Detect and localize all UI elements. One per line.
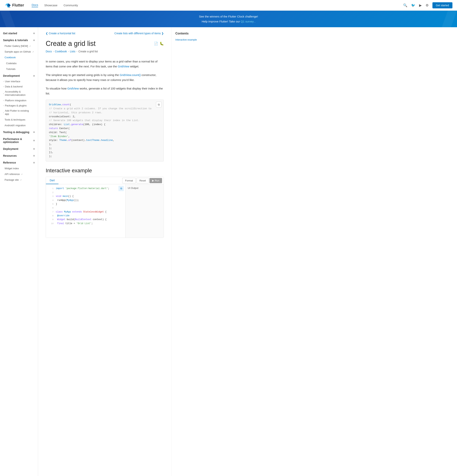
interactive-code-editor[interactable]: ⧉ 1import 'package:flutter/material.dart…	[46, 184, 126, 238]
interactive-output: UI Output	[126, 184, 164, 238]
code-line-14: );	[49, 154, 161, 158]
sidebar-item-add-flutter[interactable]: › Add Flutter to existingapp	[0, 108, 38, 117]
code-line-i2: 2	[49, 191, 122, 194]
sidebar-item-label: Accessibility &internationalization	[5, 90, 25, 97]
sidebar-item-gallery[interactable]: Flutter Gallery [NEW] ↗	[0, 43, 38, 49]
code-line-13: }),	[49, 150, 161, 154]
sidebar-section-performance: Performance & optimization ∨	[0, 136, 38, 145]
sidebar-section-reference: Reference ∧ Widget index API reference ↗…	[0, 160, 38, 183]
sidebar-header-get-started[interactable]: Get started ∨	[0, 30, 38, 36]
flutter-logo-icon	[5, 2, 11, 8]
contents-link-interactive[interactable]: Interactive example	[175, 37, 210, 42]
sidebar-item-label: Packages & plugins	[5, 104, 27, 107]
sidebar-item-package-site[interactable]: Package site ↗	[0, 177, 38, 183]
breadcrumb-sep-2: ›	[68, 50, 69, 53]
banner-line1: See the winners of the Flutter Clock cha…	[5, 14, 452, 19]
code-line-i7: 7class MyApp extends StatelessWidget {	[49, 210, 122, 214]
bug-icon[interactable]: 🐛	[160, 42, 164, 46]
sidebar-header-samples[interactable]: Samples & tutorials ∧	[0, 37, 38, 43]
tab-dart[interactable]: Dart	[46, 177, 59, 184]
sidebar-item-label: Platform integration	[5, 99, 26, 102]
breadcrumb-current: Create a grid list	[78, 50, 98, 53]
intro-paragraph-2: The simplest way to get started using gr…	[46, 73, 164, 82]
sidebar: Get started ∨ Samples & tutorials ∧ Flut…	[0, 27, 38, 476]
gridview-link-2[interactable]: GridView	[67, 87, 79, 90]
gridview-link-1[interactable]: GridView	[118, 65, 129, 68]
sidebar-item-packages[interactable]: › Packages & plugins	[0, 103, 38, 108]
code-line-12: );	[49, 146, 161, 150]
code-line-i8: 8 @override	[49, 214, 122, 218]
sidebar-label-resources: Resources	[3, 154, 17, 157]
sidebar-header-performance[interactable]: Performance & optimization ∨	[0, 136, 38, 145]
sidebar-item-platform[interactable]: › Platform integration	[0, 98, 38, 103]
sidebar-header-development[interactable]: Development ∧	[0, 73, 38, 79]
page-title: Create a grid list	[46, 39, 96, 48]
youtube-icon[interactable]: ▶	[419, 3, 422, 8]
code-line-i9: 9 Widget build(BuildContext context) {	[49, 218, 122, 221]
gridview-count-link[interactable]: GridView.count()	[120, 73, 141, 76]
sidebar-item-ui[interactable]: › User interface	[0, 79, 38, 84]
navbar-right: 🔍 🐦 ▶ ⚙ Get started	[403, 2, 452, 8]
next-page-link[interactable]: Create lists with different types of ite…	[114, 32, 164, 35]
code-line-4: crossAxisCount: 2,	[49, 115, 161, 119]
sidebar-header-resources[interactable]: Resources ∨	[0, 153, 38, 159]
format-button[interactable]: Format	[122, 178, 136, 183]
breadcrumb-sep-3: ›	[76, 50, 77, 53]
twitter-icon[interactable]: 🐦	[411, 3, 415, 8]
banner: See the winners of the Flutter Clock cha…	[0, 11, 457, 27]
get-started-button[interactable]: Get started	[432, 2, 452, 8]
banner-line2-prefix: Help improve Flutter! Take our	[202, 20, 241, 23]
sidebar-header-testing[interactable]: Testing & debugging ∨	[0, 129, 38, 135]
interactive-tabs-bar: Dart Format Reset ▶ Run	[46, 177, 164, 184]
sidebar-item-cookbook[interactable]: Cookbook	[0, 55, 38, 60]
sidebar-header-deployment[interactable]: Deployment ∨	[0, 146, 38, 152]
copy-code-button[interactable]: ⧉	[156, 102, 162, 107]
intro3-text: To visualize how	[46, 87, 67, 90]
sidebar-item-tools[interactable]: Tools & techniques	[0, 117, 38, 123]
sidebar-item-widget-index[interactable]: Widget index	[0, 166, 38, 171]
sidebar-item-androidx[interactable]: AndroidX migration	[0, 123, 38, 128]
banner-line2: Help improve Flutter! Take our Q1 survey…	[5, 19, 452, 24]
breadcrumb: Docs › Cookbook › Lists › Create a grid …	[46, 50, 164, 53]
arrow-icon: ›	[3, 111, 4, 114]
reset-button[interactable]: Reset	[136, 178, 149, 183]
code-line-i4: 4 runApp(MyApp());	[49, 198, 122, 202]
code-line-11: ),	[49, 142, 161, 146]
nav-showcase[interactable]: Showcase	[44, 4, 57, 7]
interactive-example: Dart Format Reset ▶ Run ⧉ 1import 'packa…	[46, 177, 164, 238]
section-interactive-title: Interactive example	[46, 168, 164, 174]
search-icon[interactable]: 🔍	[403, 3, 407, 8]
ext-link-icon: ↗	[29, 45, 31, 47]
prev-page-link[interactable]: ❮ Create a horizontal list	[46, 32, 75, 35]
breadcrumb-cookbook[interactable]: Cookbook	[55, 50, 67, 53]
sidebar-item-api-ref[interactable]: API reference ↗	[0, 171, 38, 177]
breadcrumb-docs[interactable]: Docs	[46, 50, 52, 53]
sidebar-header-reference[interactable]: Reference ∧	[0, 160, 38, 166]
code-line-1: GridView.count(	[49, 103, 161, 107]
sidebar-item-tutorials[interactable]: Tutorials	[0, 66, 38, 72]
file-icon[interactable]: 📄	[154, 42, 158, 46]
sidebar-section-get-started: Get started ∨	[0, 30, 38, 36]
sidebar-section-development: Development ∧ › User interface › Data & …	[0, 73, 38, 128]
intro1-end: widget.	[129, 65, 139, 68]
code-line-i6: 6	[49, 206, 122, 210]
github-icon[interactable]: ⚙	[426, 3, 429, 8]
nav-community[interactable]: Community	[64, 4, 78, 7]
copy-interactive-button[interactable]: ⧉	[118, 186, 124, 191]
banner-survey-link[interactable]: Q1 survey	[241, 20, 254, 23]
sidebar-item-codelabs[interactable]: Codelabs	[0, 60, 38, 66]
code-line-10: style: Theme.of(context).textTheme.headl…	[49, 138, 161, 142]
sidebar-label-development: Development	[3, 74, 20, 77]
breadcrumb-lists[interactable]: Lists	[70, 50, 76, 53]
run-button[interactable]: ▶ Run	[150, 178, 162, 183]
sidebar-item-accessibility[interactable]: › Accessibility &internationalization	[0, 89, 38, 98]
sidebar-item-data[interactable]: › Data & backend	[0, 84, 38, 89]
output-label: UI Output	[128, 187, 138, 189]
intro-paragraph-3: To visualize how GridView works, generat…	[46, 86, 164, 96]
code-block: ⧉ GridView.count( // Create a grid with …	[46, 100, 164, 162]
chevron-down-icon-perf: ∨	[33, 139, 35, 142]
code-line-8: child: Text(	[49, 131, 161, 135]
sidebar-item-sample-apps[interactable]: Sample apps on GitHub ↗	[0, 49, 38, 55]
nav-docs[interactable]: Docs	[32, 3, 38, 7]
logo[interactable]: Flutter	[5, 2, 24, 8]
